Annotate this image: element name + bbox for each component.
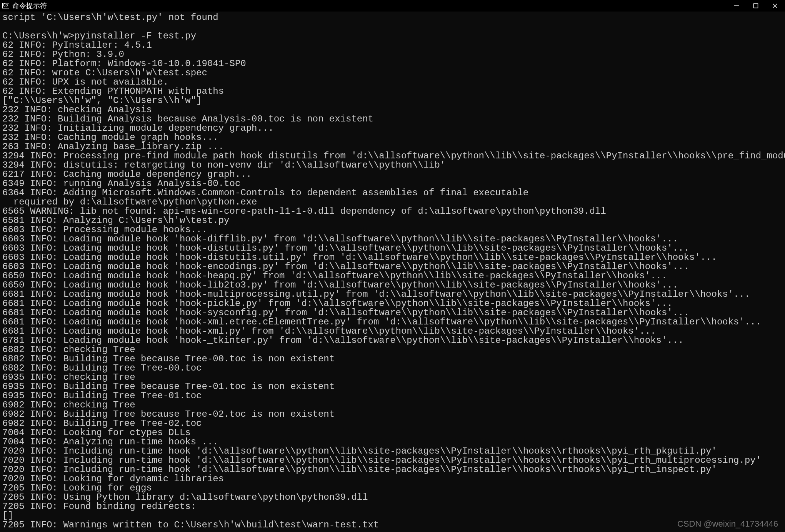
terminal-line: 62 INFO: wrote C:\Users\h'w\test.spec <box>2 68 783 78</box>
terminal-line: 6603 INFO: Loading module hook 'hook-dis… <box>2 244 783 253</box>
watermark-text: CSDN @weixin_41734446 <box>677 520 778 528</box>
titlebar-left: C:\ 命令提示符 <box>2 2 47 9</box>
terminal-line: 6581 INFO: Analyzing C:\Users\h'w\test.p… <box>2 216 783 225</box>
terminal-line: 7020 INFO: Including run-time hook 'd:\\… <box>2 465 783 474</box>
terminal-line: [] <box>2 511 783 520</box>
terminal-line: 6565 WARNING: lib not found: api-ms-win-… <box>2 207 783 216</box>
terminal-line: 6603 INFO: Loading module hook 'hook-dis… <box>2 253 783 262</box>
terminal-line: 6364 INFO: Adding Microsoft.Windows.Comm… <box>2 188 783 198</box>
terminal-line: 6603 INFO: Processing module hooks... <box>2 225 783 234</box>
terminal-line: 263 INFO: Analyzing base_library.zip ... <box>2 142 783 151</box>
terminal-line: 62 INFO: Python: 3.9.0 <box>2 50 783 59</box>
window-controls <box>733 2 783 10</box>
terminal-line: 7020 INFO: Including run-time hook 'd:\\… <box>2 456 783 465</box>
terminal-line: 6935 INFO: checking Tree <box>2 373 783 382</box>
terminal-line: 6650 INFO: Loading module hook 'hook-hea… <box>2 271 783 281</box>
terminal-line: required by d:\allsoftware\python\python… <box>2 198 783 207</box>
terminal-line: 6681 INFO: Loading module hook 'hook-sys… <box>2 308 783 318</box>
terminal-line: 7205 INFO: Looking for eggs <box>2 484 783 493</box>
terminal-line: 232 INFO: checking Analysis <box>2 105 783 115</box>
terminal-line: 7020 INFO: Including run-time hook 'd:\\… <box>2 447 783 456</box>
terminal-line: 6217 INFO: Caching module dependency gra… <box>2 170 783 179</box>
terminal-line: 6982 INFO: Building Tree Tree-02.toc <box>2 419 783 428</box>
terminal-line: 232 INFO: Building Analysis because Anal… <box>2 115 783 124</box>
terminal-line: 6882 INFO: Building Tree Tree-00.toc <box>2 364 783 373</box>
terminal-output[interactable]: script 'C:\Users\h'w\test.py' not foundC… <box>0 12 785 530</box>
terminal-line: script 'C:\Users\h'w\test.py' not found <box>2 13 783 22</box>
terminal-line: 6349 INFO: running Analysis Analysis-00.… <box>2 179 783 188</box>
terminal-line: 3294 INFO: distutils: retargeting to non… <box>2 161 783 170</box>
terminal-line: 62 INFO: UPX is not available. <box>2 78 783 87</box>
terminal-line: 3294 INFO: Processing pre-find module pa… <box>2 151 783 161</box>
terminal-line <box>2 22 783 32</box>
terminal-line: 6681 INFO: Loading module hook 'hook-pic… <box>2 299 783 308</box>
terminal-line: 6681 INFO: Loading module hook 'hook-xml… <box>2 318 783 327</box>
terminal-line: 6781 INFO: Loading module hook 'hook-_tk… <box>2 336 783 345</box>
terminal-line: 7205 INFO: Found binding redirects: <box>2 502 783 511</box>
terminal-line: 7020 INFO: Looking for dynamic libraries <box>2 474 783 484</box>
terminal-line: 6882 INFO: Building Tree because Tree-00… <box>2 354 783 364</box>
terminal-line: 6681 INFO: Loading module hook 'hook-mul… <box>2 290 783 299</box>
svg-rect-1 <box>754 4 758 8</box>
terminal-line: 62 INFO: Platform: Windows-10-10.0.19041… <box>2 59 783 68</box>
terminal-line: 7004 INFO: Looking for ctypes DLLs <box>2 428 783 437</box>
terminal-line: 6882 INFO: checking Tree <box>2 345 783 354</box>
terminal-line: 6982 INFO: Building Tree because Tree-02… <box>2 410 783 419</box>
terminal-line: 6935 INFO: Building Tree because Tree-01… <box>2 382 783 391</box>
terminal-line: 232 INFO: Caching module graph hooks... <box>2 133 783 142</box>
terminal-line: 7205 INFO: Warnings written to C:\Users\… <box>2 520 783 530</box>
window-title: 命令提示符 <box>12 2 47 9</box>
terminal-line: ["C:\\Users\\h'w", "C:\\Users\\h'w"] <box>2 96 783 105</box>
terminal-line: 62 INFO: Extending PYTHONPATH with paths <box>2 87 783 96</box>
minimize-button[interactable] <box>733 2 740 10</box>
cmd-icon: C:\ <box>2 3 9 8</box>
terminal-line: 62 INFO: PyInstaller: 4.5.1 <box>2 41 783 50</box>
terminal-line: 6650 INFO: Loading module hook 'hook-lib… <box>2 281 783 290</box>
terminal-line: 6935 INFO: Building Tree Tree-01.toc <box>2 391 783 401</box>
terminal-line: 232 INFO: Initializing module dependency… <box>2 124 783 133</box>
close-button[interactable] <box>771 2 779 10</box>
maximize-button[interactable] <box>752 2 760 10</box>
terminal-line: C:\Users\h'w>pyinstaller -F test.py <box>2 32 783 41</box>
terminal-line: 6603 INFO: Loading module hook 'hook-enc… <box>2 262 783 271</box>
terminal-line: 7205 INFO: Using Python library d:\allso… <box>2 493 783 502</box>
window-titlebar[interactable]: C:\ 命令提示符 <box>0 0 785 12</box>
terminal-line: 7004 INFO: Analyzing run-time hooks ... <box>2 437 783 447</box>
terminal-line: 6681 INFO: Loading module hook 'hook-xml… <box>2 327 783 336</box>
terminal-line: 6982 INFO: checking Tree <box>2 401 783 410</box>
terminal-line: 6603 INFO: Loading module hook 'hook-dif… <box>2 234 783 244</box>
